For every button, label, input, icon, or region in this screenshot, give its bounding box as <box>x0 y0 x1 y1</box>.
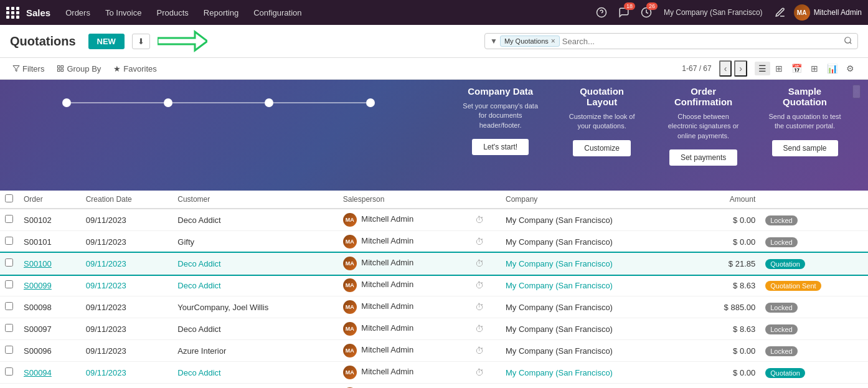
step4-button[interactable]: Send sample <box>772 140 838 156</box>
clock-icon: ⏱ <box>475 367 484 377</box>
new-button[interactable]: NEW <box>88 34 125 49</box>
download-button[interactable]: ⬇ <box>132 34 150 49</box>
graph-view-button[interactable]: 📊 <box>823 62 841 75</box>
col-salesperson[interactable]: Salesperson <box>338 191 470 209</box>
row-checkbox-cell[interactable] <box>0 296 19 318</box>
col-order[interactable]: Order <box>19 191 81 209</box>
status-badge: Quotation Sent <box>765 281 821 291</box>
select-all-header[interactable] <box>0 191 19 209</box>
row-checkbox-cell[interactable] <box>0 362 19 384</box>
calendar-view-button[interactable]: 📅 <box>788 62 806 75</box>
status-cell: Locked <box>760 384 868 388</box>
support-icon[interactable] <box>593 4 610 21</box>
row-checkbox-cell[interactable] <box>0 275 19 296</box>
company-cell[interactable]: My Company (San Francisco) <box>501 253 692 275</box>
clock-icon[interactable]: 26 <box>638 4 655 21</box>
customer-cell: Gifty <box>172 231 337 253</box>
favorites-button[interactable]: ★ Favorites <box>111 63 159 75</box>
clock-badge: 26 <box>646 2 658 10</box>
col-company[interactable]: Company <box>501 191 692 209</box>
company-cell: My Company (San Francisco) <box>501 340 692 362</box>
nav-brand[interactable]: Sales <box>26 7 50 18</box>
row-checkbox[interactable] <box>5 215 13 223</box>
row-checkbox[interactable] <box>5 258 13 267</box>
svg-rect-8 <box>61 66 64 69</box>
customer-cell[interactable]: Deco Addict <box>172 275 337 296</box>
col-date[interactable]: Creation Date <box>81 191 173 209</box>
row-checkbox-cell[interactable] <box>0 209 19 231</box>
customer-cell: Anita Oliver <box>172 384 337 388</box>
order-id-cell: S00092 <box>19 384 81 388</box>
select-all-checkbox[interactable] <box>5 194 13 202</box>
date-cell[interactable]: 09/11/2023 <box>81 275 173 296</box>
row-checkbox[interactable] <box>5 280 13 288</box>
col-amount[interactable]: Amount <box>692 191 760 209</box>
row-checkbox-cell[interactable] <box>0 384 19 388</box>
date-cell[interactable]: 09/11/2023 <box>81 253 173 275</box>
order-id-cell[interactable]: S00099 <box>19 275 81 296</box>
nav-to-invoice[interactable]: To Invoice <box>99 6 148 20</box>
table-row: S00100 09/11/2023 Deco Addict MA Mitchel… <box>0 253 868 275</box>
date-cell[interactable]: 09/11/2023 <box>81 362 173 384</box>
order-id-cell[interactable]: S00100 <box>19 253 81 275</box>
list-view-button[interactable]: ☰ <box>755 62 770 75</box>
nav-products[interactable]: Products <box>150 6 194 20</box>
col-clock <box>470 191 501 209</box>
settings-view-button[interactable]: ⚙ <box>842 62 858 75</box>
step1-button[interactable]: Let's start! <box>472 139 529 155</box>
row-checkbox-cell[interactable] <box>0 318 19 340</box>
row-checkbox[interactable] <box>5 324 13 332</box>
status-cell: Quotation <box>760 362 868 384</box>
company-cell[interactable]: My Company (San Francisco) <box>501 275 692 296</box>
search-tag-close[interactable]: × <box>551 37 555 45</box>
row-checkbox-cell[interactable] <box>0 231 19 253</box>
salesperson-cell: MA Mitchell Admin <box>338 384 470 388</box>
nav-reporting[interactable]: Reporting <box>197 6 245 20</box>
group-by-button[interactable]: Group By <box>54 63 103 75</box>
search-submit-icon[interactable] <box>844 36 852 47</box>
nav-orders[interactable]: Orders <box>59 6 97 20</box>
svg-line-5 <box>850 42 852 44</box>
row-checkbox[interactable] <box>5 302 13 310</box>
nav-configuration[interactable]: Configuration <box>247 6 308 20</box>
status-cell: Locked <box>760 318 868 340</box>
settings-icon[interactable] <box>771 4 789 21</box>
filters-button[interactable]: Filters <box>10 63 47 75</box>
customer-cell[interactable]: Deco Addict <box>172 362 337 384</box>
col-customer[interactable]: Customer <box>172 191 337 209</box>
chat-icon[interactable]: 18 <box>615 4 633 21</box>
order-id-cell[interactable]: S00094 <box>19 362 81 384</box>
salesperson-cell: MA Mitchell Admin <box>338 318 470 340</box>
customer-cell[interactable]: Deco Addict <box>172 253 337 275</box>
page-title: Quotations <box>10 34 76 49</box>
kanban-view-button[interactable]: ⊞ <box>771 62 786 75</box>
company-cell[interactable]: My Company (San Francisco) <box>501 362 692 384</box>
clock-cell: ⏱ <box>470 362 501 384</box>
salesperson-name: Mitchell Admin <box>361 302 413 311</box>
app-grid-icon[interactable] <box>6 7 20 19</box>
row-checkbox[interactable] <box>5 237 13 245</box>
pivot-view-button[interactable]: ⊞ <box>807 62 822 75</box>
amount-cell: $ 0.00 <box>692 340 760 362</box>
step3-button[interactable]: Set payments <box>669 149 737 166</box>
clock-cell: ⏱ <box>470 253 501 275</box>
search-input[interactable] <box>562 37 844 46</box>
company-cell: My Company (San Francisco) <box>501 384 692 388</box>
order-id-cell: S00097 <box>19 318 81 340</box>
row-checkbox-cell[interactable] <box>0 340 19 362</box>
next-page-button[interactable]: › <box>734 60 747 77</box>
row-checkbox[interactable] <box>5 346 13 354</box>
row-checkbox-cell[interactable] <box>0 253 19 275</box>
clock-cell: ⏱ <box>470 384 501 388</box>
amount-cell: $ 228.85 <box>692 384 760 388</box>
status-badge: Locked <box>765 215 797 225</box>
clock-icon: ⏱ <box>475 237 484 247</box>
user-menu[interactable]: MA Mitchell Admin <box>794 4 862 21</box>
prev-page-button[interactable]: ‹ <box>719 60 732 77</box>
row-checkbox[interactable] <box>5 367 13 376</box>
group-by-label: Group By <box>67 64 101 73</box>
user-name: Mitchell Admin <box>814 8 862 17</box>
salesperson-avatar: MA <box>343 322 357 336</box>
salesperson-name: Mitchell Admin <box>361 258 413 268</box>
step2-button[interactable]: Customize <box>573 140 631 156</box>
